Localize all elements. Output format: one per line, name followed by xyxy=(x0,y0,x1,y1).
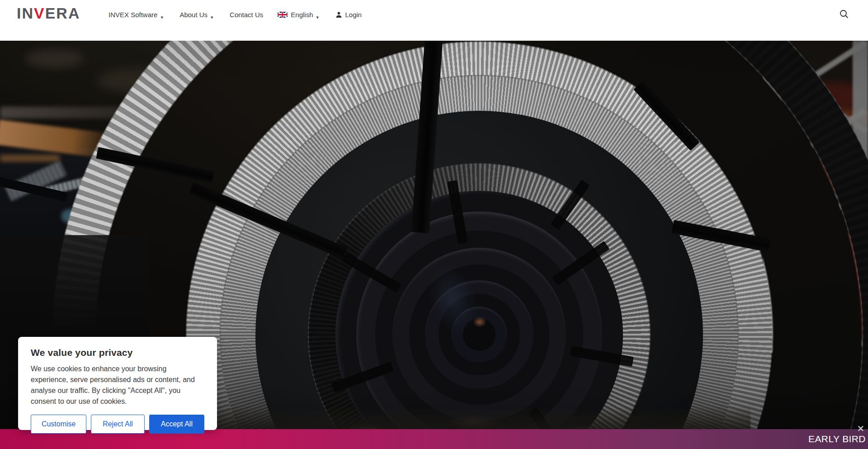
cookie-dialog-title: We value your privacy xyxy=(31,347,204,358)
logo-accent-letter: V xyxy=(34,5,45,22)
search-button[interactable] xyxy=(838,9,850,20)
chevron-down-icon xyxy=(211,13,215,17)
person-icon xyxy=(335,11,342,18)
top-navigation-bar: INVERA INVEX Software About Us Contact U… xyxy=(0,0,868,41)
login-label: Login xyxy=(345,11,362,19)
cookie-consent-dialog: We value your privacy We use cookies to … xyxy=(18,337,217,430)
customise-button[interactable]: Customise xyxy=(31,415,86,434)
cookie-dialog-body: We use cookies to enhance your browsing … xyxy=(31,364,204,407)
language-selector[interactable]: English xyxy=(278,11,321,19)
logo-part: ERA xyxy=(45,5,80,22)
nav-label: Contact Us xyxy=(230,11,263,19)
nav-label: INVEX Software xyxy=(108,11,157,19)
nav-item-about-us[interactable]: About Us xyxy=(179,11,215,19)
cookie-dialog-buttons: Customise Reject All Accept All xyxy=(31,415,204,434)
close-icon[interactable]: ✕ xyxy=(854,422,867,435)
accept-all-button[interactable]: Accept All xyxy=(149,415,204,434)
reject-all-button[interactable]: Reject All xyxy=(91,415,144,434)
invera-logo[interactable]: INVERA xyxy=(17,5,80,22)
logo-part: IN xyxy=(17,5,34,22)
login-button[interactable]: Login xyxy=(335,11,362,19)
uk-flag-icon xyxy=(278,12,288,18)
language-label: English xyxy=(291,11,313,19)
search-icon xyxy=(839,9,849,19)
main-nav: INVEX Software About Us Contact Us Engli… xyxy=(108,0,362,29)
promo-banner-text: EARLY BIRD RE xyxy=(808,434,868,444)
chevron-down-icon xyxy=(160,13,165,17)
chevron-down-icon xyxy=(316,13,321,17)
nav-item-invex-software[interactable]: INVEX Software xyxy=(108,11,165,19)
nav-label: About Us xyxy=(179,11,208,19)
nav-item-contact-us[interactable]: Contact Us xyxy=(230,11,263,19)
page: INVERA INVEX Software About Us Contact U… xyxy=(0,0,868,449)
